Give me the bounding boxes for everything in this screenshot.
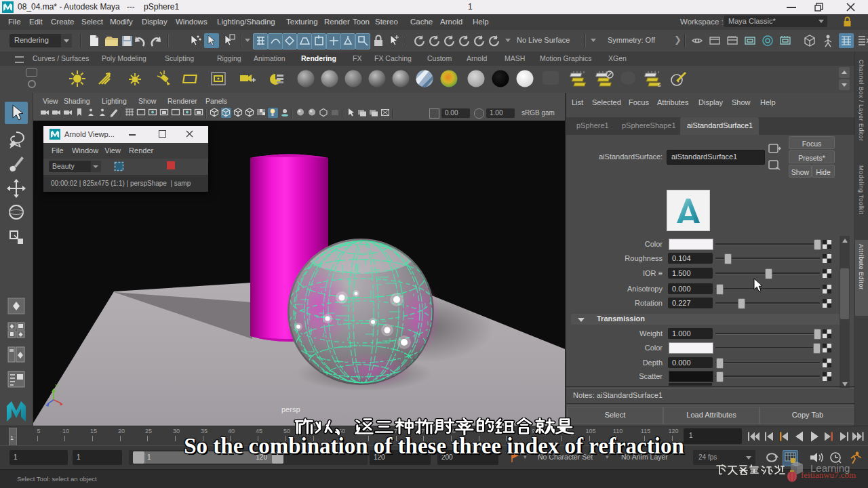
- svg-text:persp: persp: [281, 405, 300, 413]
- svg-text:s: s: [658, 81, 661, 88]
- svg-text:Y: Y: [55, 383, 59, 389]
